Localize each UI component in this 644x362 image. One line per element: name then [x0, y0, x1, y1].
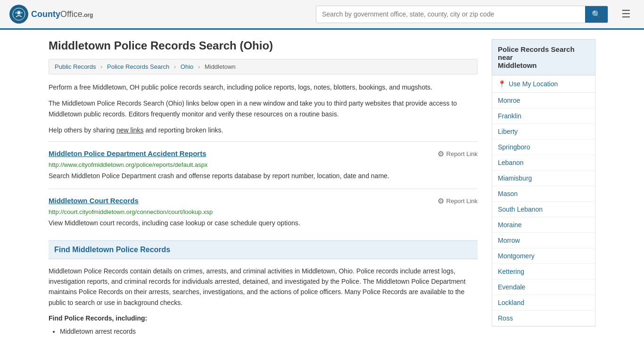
site-header: CountyOffice.org 🔍 ☰ — [0, 0, 644, 30]
sidebar-link-13[interactable]: Lockland — [492, 295, 595, 311]
breadcrumb-sep-2: › — [174, 63, 176, 70]
result-title-1[interactable]: Middletown Court Records — [49, 197, 139, 205]
search-bar: 🔍 — [316, 6, 608, 23]
logo-icon — [9, 5, 28, 24]
find-list: Middletown arrest records — [49, 326, 478, 337]
sidebar-use-location[interactable]: 📍 Use My Location — [492, 75, 595, 93]
breadcrumb-current: Middletown — [205, 63, 236, 70]
result-item-0: Middleton Police Department Accident Rep… — [49, 141, 478, 189]
logo-text: CountyOffice.org — [31, 9, 93, 19]
breadcrumb-public-records[interactable]: Public Records — [55, 63, 96, 70]
breadcrumb-ohio[interactable]: Ohio — [181, 63, 193, 70]
result-title-0[interactable]: Middleton Police Department Accident Rep… — [49, 149, 206, 157]
svg-point-2 — [17, 11, 20, 14]
find-includes: Find Police Records, including: Middleto… — [49, 314, 478, 337]
sidebar-link-4[interactable]: Lebanon — [492, 155, 595, 171]
report-link-0[interactable]: ⚙ Report Link — [438, 149, 478, 158]
result-desc-1: View Middletown court records, including… — [49, 218, 478, 228]
sidebar-link-12[interactable]: Evendale — [492, 280, 595, 295]
result-url-0[interactable]: http://www.cityofmiddletown.org/police/r… — [49, 161, 478, 168]
location-icon: 📍 — [498, 80, 506, 88]
sidebar-link-1[interactable]: Franklin — [492, 108, 595, 124]
sidebar-link-14[interactable]: Ross — [492, 311, 595, 326]
sidebar-links: 📍 Use My Location MonroeFranklinLibertyS… — [492, 75, 595, 327]
description-2: The Middletown Police Records Search (Oh… — [49, 98, 478, 119]
sidebar-link-7[interactable]: South Lebanon — [492, 202, 595, 217]
sidebar-link-8[interactable]: Moraine — [492, 217, 595, 233]
sidebar-link-9[interactable]: Morrow — [492, 233, 595, 248]
description-1: Perform a free Middletown, OH public pol… — [49, 82, 478, 92]
find-section-title: Find Middletown Police Records — [54, 246, 472, 254]
main-content: Middletown Police Records Search (Ohio) … — [49, 39, 478, 337]
page-container: Middletown Police Records Search (Ohio) … — [39, 30, 605, 347]
breadcrumb: Public Records › Police Records Search ›… — [49, 59, 478, 74]
report-link-icon-1: ⚙ — [438, 197, 444, 206]
result-item-1: Middletown Court Records ⚙ Report Link h… — [49, 189, 478, 236]
search-icon: 🔍 — [592, 10, 601, 18]
result-url-1[interactable]: http://court.cityofmiddletown.org/connec… — [49, 208, 478, 215]
page-title: Middletown Police Records Search (Ohio) — [49, 39, 478, 52]
sidebar: Police Records Search near Middletown 📍 … — [492, 39, 595, 337]
menu-icon: ☰ — [621, 8, 631, 20]
sidebar-link-11[interactable]: Kettering — [492, 264, 595, 280]
new-links[interactable]: new links — [116, 126, 144, 134]
report-link-icon-0: ⚙ — [438, 149, 444, 158]
svg-point-4 — [21, 12, 23, 14]
description-3: Help others by sharing new links and rep… — [49, 125, 478, 135]
sidebar-link-3[interactable]: Springboro — [492, 140, 595, 155]
find-includes-heading: Find Police Records, including: — [49, 314, 478, 322]
sidebar-link-10[interactable]: Montgomery — [492, 248, 595, 264]
find-section-header: Find Middletown Police Records — [49, 240, 478, 259]
site-logo[interactable]: CountyOffice.org — [9, 5, 93, 24]
breadcrumb-police-records-search[interactable]: Police Records Search — [107, 63, 169, 70]
menu-button[interactable]: ☰ — [618, 6, 635, 22]
find-desc: Middletown Police Records contain detail… — [49, 266, 478, 308]
report-link-1[interactable]: ⚙ Report Link — [438, 197, 478, 206]
search-button[interactable]: 🔍 — [585, 6, 608, 23]
find-list-item-0: Middletown arrest records — [60, 326, 478, 337]
sidebar-link-0[interactable]: Monroe — [492, 93, 595, 108]
breadcrumb-sep-3: › — [198, 63, 200, 70]
result-desc-0: Search Middleton Police Department crash… — [49, 171, 478, 181]
breadcrumb-sep-1: › — [100, 63, 102, 70]
sidebar-link-6[interactable]: Mason — [492, 186, 595, 202]
sidebar-link-5[interactable]: Miamisburg — [492, 171, 595, 186]
sidebar-link-2[interactable]: Liberty — [492, 124, 595, 140]
svg-point-3 — [15, 12, 17, 14]
sidebar-title: Police Records Search near Middletown — [492, 39, 595, 75]
result-header-0: Middleton Police Department Accident Rep… — [49, 149, 478, 158]
search-input[interactable] — [316, 6, 585, 23]
result-header-1: Middletown Court Records ⚙ Report Link — [49, 197, 478, 206]
